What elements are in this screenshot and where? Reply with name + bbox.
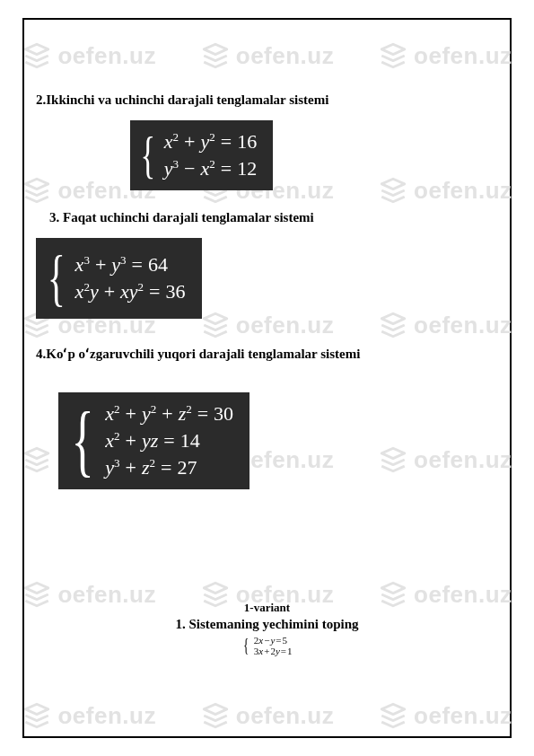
- equation-system-4: { x2+y2+z2=30 x2+yz=14 y3+z2=27: [58, 392, 249, 489]
- watermark-text: oefen.uz: [57, 702, 155, 730]
- watermark-text: oefen.uz: [414, 702, 512, 730]
- left-brace-icon: {: [48, 247, 66, 310]
- left-brace-icon: {: [141, 129, 156, 181]
- watermark-item: oefen.uz: [22, 700, 155, 731]
- equation-line: x2y+xy2=36: [75, 280, 186, 303]
- equation-line: 3x+2y=1: [254, 646, 293, 656]
- svg-marker-16: [204, 704, 227, 714]
- watermark-item: oefen.uz: [378, 700, 512, 731]
- svg-marker-17: [381, 704, 405, 714]
- content: 2.Ikkinchi va uchinchi darajali tenglama…: [31, 27, 503, 657]
- section-3-heading: 3. Faqat uchinchi darajali tenglamalar s…: [49, 210, 503, 225]
- equation-system-3: { x3+y3=64 x2y+xy2=36: [36, 238, 202, 319]
- left-brace-icon: {: [244, 633, 249, 656]
- equation-line: x2+y2=16: [164, 130, 257, 154]
- left-brace-icon: {: [71, 401, 93, 480]
- equation-line: x2+yz=14: [105, 429, 233, 453]
- equation-line: 2x−y=5: [254, 635, 287, 646]
- section-2-heading: 2.Ikkinchi va uchinchi darajali tenglama…: [36, 92, 503, 108]
- equation-system-small: { 2x−y=5 3x+2y=1: [31, 634, 503, 657]
- equation-system-2: { x2+y2=16 y3−x2=12: [130, 120, 273, 190]
- equation-line: x3+y3=64: [75, 253, 186, 277]
- watermark-item: oefen.uz: [200, 700, 334, 731]
- equation-line: y3+z2=27: [105, 456, 233, 479]
- question-1-heading: 1. Sistemaning yechimini toping: [31, 617, 503, 632]
- section-4-heading: 4.Koʻp oʻzgaruvchili yuqori darajali ten…: [36, 346, 503, 362]
- stack-icon: [378, 700, 408, 731]
- stack-icon: [200, 700, 231, 731]
- watermark-text: oefen.uz: [236, 702, 334, 730]
- stack-icon: [22, 700, 52, 731]
- variant-title: 1-variant: [31, 601, 503, 615]
- equation-line: y3−x2=12: [164, 157, 257, 180]
- equation-line: x2+y2+z2=30: [105, 402, 233, 426]
- svg-marker-15: [26, 704, 49, 714]
